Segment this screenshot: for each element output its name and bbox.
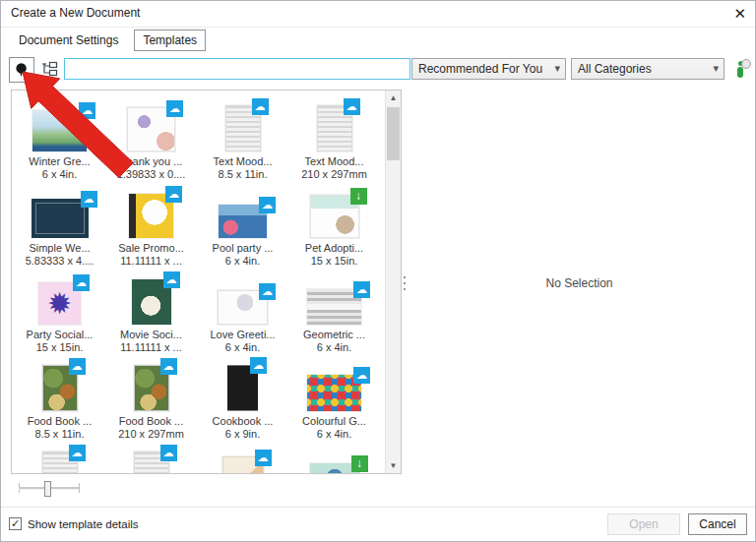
template-name: Food Book ... <box>119 415 183 428</box>
template-thumbnail: ☁ <box>42 447 78 474</box>
template-thumbnail-art: ☁ <box>132 279 171 325</box>
template-item[interactable]: ☁Text Mood...8.5 x 11in. <box>197 100 288 187</box>
template-size: 8.5 x 11in. <box>35 428 85 441</box>
template-item[interactable]: ☁ <box>105 447 197 474</box>
slider-handle[interactable] <box>44 481 51 497</box>
template-thumbnail: ✹☁ <box>38 273 81 325</box>
scroll-down-icon[interactable]: ▼ <box>386 458 401 473</box>
template-item[interactable]: ☁Simple We...5.83333 x 4.... <box>14 187 105 273</box>
template-item[interactable]: ✹☁Party Social...15 x 15in. <box>14 273 105 360</box>
template-thumbnail-art: ☁ <box>218 290 268 325</box>
template-item[interactable]: ☁Food Book ...210 x 297mm <box>105 360 197 447</box>
template-item[interactable]: ☁Thank you ...1.39833 x 0.... <box>105 100 197 187</box>
chevron-down-icon: ▾ <box>554 62 560 75</box>
recommended-dropdown[interactable]: Recommended For You ▾ <box>411 58 566 80</box>
cloud-download-badge-icon: ☁ <box>255 450 272 466</box>
template-thumbnail-art: ☁ <box>225 105 261 151</box>
search-pin-button[interactable] <box>9 57 34 83</box>
template-thumbnail: ☁ <box>132 273 171 325</box>
template-size: 6 x 4in. <box>225 341 260 354</box>
template-thumbnail: ☁ <box>227 360 258 411</box>
get-more-icon <box>737 67 743 78</box>
template-thumbnail-art: ☁ <box>227 365 258 411</box>
slider-cap <box>79 483 80 493</box>
vertical-scrollbar[interactable]: ▲ ▼ <box>385 90 401 473</box>
downloaded-badge-icon: ↓ <box>350 188 367 205</box>
template-size: 6 x 9in. <box>225 428 260 441</box>
tab-templates[interactable]: Templates <box>134 30 206 51</box>
cloud-download-badge-icon: ☁ <box>163 271 180 288</box>
template-size: 6 x 4in. <box>42 168 77 181</box>
template-thumbnail: ☁ <box>32 187 89 238</box>
template-item[interactable]: ↓ <box>288 447 380 474</box>
show-template-details-label: Show template details <box>28 518 139 530</box>
show-template-details-toggle[interactable]: ✓ Show template details <box>9 517 139 530</box>
category-dropdown[interactable]: All Categories ▾ <box>571 58 724 80</box>
template-thumbnail-art: ✹☁ <box>38 282 81 325</box>
template-item[interactable]: ☁Colourful G...6 x 4in. <box>288 360 380 447</box>
template-thumbnail-art: ☁ <box>222 456 264 474</box>
cloud-download-badge-icon: ☁ <box>250 357 267 374</box>
template-size: 6 x 4in. <box>225 255 260 268</box>
template-size: 210 x 297mm <box>301 168 367 181</box>
scroll-up-icon[interactable]: ▲ <box>386 90 401 105</box>
template-item[interactable]: ☁Pool party ...6 x 4in. <box>197 187 288 273</box>
cloud-download-badge-icon: ☁ <box>160 445 177 461</box>
cloud-download-badge-icon: ☁ <box>259 197 276 213</box>
template-thumbnail-art: ☁ <box>219 205 267 238</box>
template-thumbnail: ☁ <box>218 273 268 325</box>
template-grid: ☁Winter Gre...6 x 4in.☁Thank you ...1.39… <box>14 100 385 473</box>
tab-strip: Document Settings Templates <box>11 30 206 51</box>
template-name: Thank you ... <box>120 155 183 168</box>
pin-icon <box>14 62 30 78</box>
tree-view-button[interactable] <box>37 57 61 81</box>
template-thumbnail-art: ☁ <box>127 107 175 151</box>
create-new-document-dialog: Create a New Document ✕ Document Setting… <box>0 0 756 542</box>
cloud-download-badge-icon: ☁ <box>69 445 86 461</box>
category-dropdown-value: All Categories <box>578 62 652 76</box>
template-item[interactable]: ☁Cookbook ...6 x 9in. <box>197 360 288 447</box>
template-thumbnail: ☁ <box>134 360 169 411</box>
template-thumbnail: ☁ <box>129 187 173 238</box>
scrollbar-thumb[interactable] <box>387 107 400 160</box>
cloud-download-badge-icon: ☁ <box>344 98 360 115</box>
template-item[interactable]: ↓Pet Adopti...15 x 15in. <box>288 187 380 273</box>
cloud-download-badge-icon: ☁ <box>69 358 86 375</box>
pane-splitter-handle[interactable] <box>403 274 407 292</box>
get-more-content-button[interactable] <box>730 58 752 80</box>
template-thumbnail: ☁ <box>307 360 361 411</box>
template-item[interactable]: ☁Love Greeti...6 x 4in. <box>197 273 288 360</box>
template-thumbnail-art: ☁ <box>317 105 352 151</box>
checkbox-checked-icon[interactable]: ✓ <box>9 517 22 530</box>
template-thumbnail: ☁ <box>222 447 264 474</box>
template-item[interactable]: ☁Food Book ...8.5 x 11in. <box>14 360 105 447</box>
template-name: Pool party ... <box>213 242 274 255</box>
cancel-button[interactable]: Cancel <box>688 513 747 535</box>
search-input[interactable] <box>64 58 410 80</box>
template-thumbnail: ☁ <box>307 273 361 325</box>
thumbnail-zoom-slider[interactable] <box>19 480 80 496</box>
template-thumbnail-art: ↓ <box>310 195 359 238</box>
cloud-download-badge-icon: ☁ <box>160 358 177 375</box>
cloud-download-badge-icon: ☁ <box>165 186 182 203</box>
template-size: 1.39833 x 0.... <box>117 168 186 181</box>
recommended-dropdown-value: Recommended For You <box>418 62 542 76</box>
template-item[interactable]: ☁Geometric ...6 x 4in. <box>288 273 380 360</box>
template-thumbnail-art: ☁ <box>42 365 78 411</box>
template-name: Cookbook ... <box>213 415 274 428</box>
template-item[interactable]: ☁ <box>197 447 288 474</box>
template-item[interactable]: ☁Movie Soci...11.11111 x ... <box>105 273 197 360</box>
template-item[interactable]: ☁ <box>14 447 105 474</box>
template-item[interactable]: ☁Winter Gre...6 x 4in. <box>14 100 105 187</box>
open-button[interactable]: Open <box>607 513 680 535</box>
close-icon[interactable]: ✕ <box>733 5 746 23</box>
tab-document-settings[interactable]: Document Settings <box>11 30 126 50</box>
template-name: Colourful G... <box>302 415 366 428</box>
template-item[interactable]: ☁Sale Promo...11.11111 x ... <box>105 187 197 273</box>
template-name: Food Book ... <box>28 415 92 428</box>
template-name: Simple We... <box>29 242 90 255</box>
template-thumbnail-art: ☁ <box>32 110 87 151</box>
template-thumbnail-art: ↓ <box>310 463 359 474</box>
template-thumbnail: ☁ <box>134 447 169 474</box>
template-item[interactable]: ☁Text Mood...210 x 297mm <box>288 100 380 187</box>
